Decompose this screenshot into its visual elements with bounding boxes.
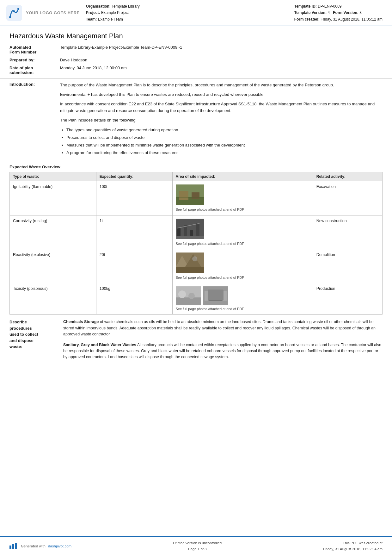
bullet-2: Procedures to collect and dispose of was… (66, 134, 383, 141)
procedures-label: Describeproceduresused to collectand dis… (9, 319, 60, 350)
waste-qty-1: 100t (96, 181, 172, 215)
header-middle: Organisation: Template Library Project: … (86, 3, 288, 22)
waste-activity-1: Excavation (313, 181, 382, 215)
introduction-body: The purpose of the Waste Management Plan… (60, 82, 383, 159)
chemicals-storage-text: of waste chemicals such as oils will be … (63, 320, 376, 336)
photo-caption-1: See full page photos attached at end of … (176, 207, 310, 212)
intro-p3: In accordance with consent condition E22… (60, 101, 383, 114)
intro-bullets: The types and quantities of waste genera… (66, 127, 383, 156)
procedures-row: Describeproceduresused to collectand dis… (9, 319, 383, 365)
team-line: Team: Example Team (86, 16, 288, 22)
waste-activity-3: Demolition (313, 249, 382, 283)
org-line: Organisation: Template Library (86, 3, 288, 9)
logo-icon (6, 5, 22, 21)
dashpivot-link[interactable]: dashpivot.com (48, 544, 71, 548)
template-version-label: Template Version: (294, 10, 327, 15)
col-type: Type of waste: (10, 172, 96, 181)
waste-qty-2: 1t (96, 215, 172, 249)
chemicals-storage-bold: Chemicals Storage (63, 320, 99, 324)
waste-photo-4: See full page photos attached at end of … (172, 283, 313, 315)
prepared-by-label: Prepared by: (9, 56, 60, 64)
intro-p4: The Plan includes details on the followi… (60, 117, 383, 123)
svg-rect-14 (176, 236, 204, 239)
template-id-value: DP-ENV-0009 (318, 4, 341, 9)
svg-point-24 (188, 293, 195, 299)
bullet-1: The types and quantities of waste genera… (66, 127, 383, 134)
svg-point-20 (192, 256, 197, 261)
form-number-row: AutomatedForm Number Template Library-Ex… (9, 43, 383, 56)
waste-photo-3: See full page photos attached at end of … (172, 249, 313, 283)
date-plan-row: Date of plansubmission: Monday, 04 June … (9, 64, 383, 77)
photo-row-production (176, 286, 310, 307)
template-id-line: Template ID: DP-ENV-0009 (294, 3, 383, 9)
meta-table: AutomatedForm Number Template Library-Ex… (9, 43, 383, 77)
photo-demolition (176, 253, 204, 273)
generated-text: Generated with (21, 544, 46, 548)
waste-activity-4: Production (313, 283, 382, 315)
date-plan-label: Date of plansubmission: (9, 64, 60, 77)
waste-activity-2: New construction (313, 215, 382, 249)
sanitary-bold: Sanitary, Grey and Black Water Wastes (63, 343, 136, 347)
table-row: Corrosivity (rusting) 1t See full page p… (10, 215, 383, 249)
form-number-value: Template Library-Example Project-Example… (60, 43, 383, 56)
waste-type-2: Corrosivity (rusting) (10, 215, 96, 249)
col-area: Area of site impacted: (172, 172, 313, 181)
footer-logo-icon (9, 543, 18, 549)
header-right: Template ID: DP-ENV-0009 Template Versio… (294, 3, 383, 22)
table-row: Reactivity (explosive) 20t See full page… (10, 249, 383, 283)
pdf-created-text: This PDF was created at (323, 540, 383, 546)
svg-point-1 (9, 16, 11, 18)
photo-production-1 (176, 286, 201, 305)
intro-p2: Environmental + has developed this Plan … (60, 91, 383, 98)
project-value: Example Project (101, 10, 129, 15)
svg-point-23 (178, 290, 186, 298)
bullet-3: Measures that will be implemented to min… (66, 142, 383, 149)
footer-center: Printed version is uncontrolled Page 1 o… (173, 540, 222, 552)
org-value: Template Library (112, 4, 140, 9)
form-version-label: Form Version: (333, 10, 358, 15)
template-id-label: Template ID: (294, 4, 317, 9)
org-label: Organisation: (86, 4, 111, 9)
project-label: Project: (86, 10, 100, 15)
waste-overview-heading: Expected Waste Overview: (9, 165, 383, 169)
svg-rect-31 (15, 543, 17, 549)
waste-qty-3: 20t (96, 249, 172, 283)
footer: Generated with dashpivot.com Printed ver… (0, 536, 392, 555)
waste-qty-4: 100kg (96, 283, 172, 315)
table-row: Ignitability (flammable) 100t See full p… (10, 181, 383, 215)
introduction-row: Introduction: The purpose of the Waste M… (9, 82, 383, 159)
footer-left: Generated with dashpivot.com (9, 543, 71, 549)
main-content: Introduction: The purpose of the Waste M… (0, 79, 392, 536)
bullet-4: A program for monitoring the effectivene… (66, 149, 383, 156)
intro-p1: The purpose of the Waste Management Plan… (60, 82, 383, 88)
form-created-value: Friday, 31 August 2018, 11:05:12 am (321, 17, 383, 22)
table-row: Toxicity (poisonous) 100kg See full page… (10, 283, 383, 315)
svg-point-3 (17, 8, 19, 10)
header: YOUR LOGO GOES HERE Organisation: Templa… (0, 0, 392, 26)
procedures-body: Chemicals Storage of waste chemicals suc… (63, 319, 383, 365)
uncontrolled-text: Printed version is uncontrolled (173, 540, 222, 546)
photo-caption-3: See full page photos attached at end of … (176, 275, 310, 280)
template-version-line: Template Version: 4 Form Version: 3 (294, 9, 383, 16)
date-plan-value: Monday, 04 June 2018, 12:00:00 am (60, 64, 383, 77)
photo-construction (176, 219, 204, 239)
page: YOUR LOGO GOES HERE Organisation: Templa… (0, 0, 392, 555)
svg-rect-22 (176, 297, 201, 305)
form-created-line: Form created: Friday, 31 August 2018, 11… (294, 16, 383, 22)
svg-point-2 (13, 10, 15, 12)
form-version-value: 3 (359, 10, 362, 15)
team-value: Example Team (98, 17, 123, 22)
waste-type-3: Reactivity (explosive) (10, 249, 96, 283)
svg-rect-0 (6, 5, 22, 21)
waste-type-4: Toxicity (poisonous) (10, 283, 96, 315)
waste-photo-2: See full page photos attached at end of … (172, 215, 313, 249)
procedures-p1: Chemicals Storage of waste chemicals suc… (63, 319, 383, 337)
procedures-p2: Sanitary, Grey and Black Water Wastes Al… (63, 342, 383, 360)
col-quantity: Expected quantity: (96, 172, 172, 181)
photo-excavation (176, 184, 204, 205)
svg-rect-29 (9, 546, 11, 549)
svg-rect-30 (12, 544, 14, 549)
svg-rect-6 (179, 191, 188, 200)
doc-title: Hazardous Waste Management Plan (9, 32, 383, 40)
project-line: Project: Example Project (86, 9, 288, 16)
